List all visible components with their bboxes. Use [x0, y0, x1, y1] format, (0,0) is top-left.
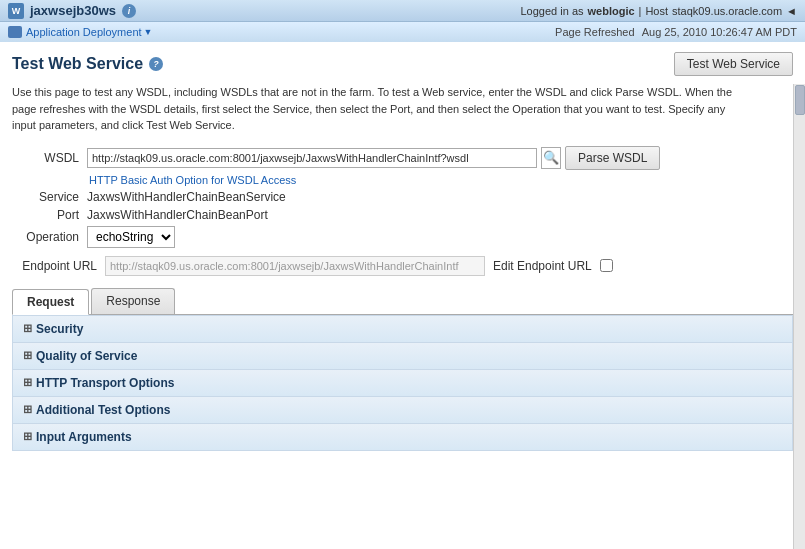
accordion-additional-test: ⊞ Additional Test Options: [13, 397, 792, 424]
port-row: Port JaxwsWithHandlerChainBeanPort: [12, 208, 793, 222]
endpoint-input[interactable]: [105, 256, 485, 276]
bottom-bar: Application Deployment ▼ Page Refreshed …: [0, 22, 805, 42]
wsdl-search-button[interactable]: 🔍: [541, 147, 561, 169]
app-title: jaxwsejb30ws: [30, 3, 116, 18]
accordion-qos-header[interactable]: ⊞ Quality of Service: [13, 343, 792, 369]
accordion-security: ⊞ Security: [13, 316, 792, 343]
operation-row: Operation echoString: [12, 226, 793, 248]
host-label: Host: [645, 5, 668, 17]
tab-response[interactable]: Response: [91, 288, 175, 314]
security-label: Security: [36, 322, 83, 336]
accordion-qos: ⊞ Quality of Service: [13, 343, 792, 370]
nav-icon: [8, 26, 22, 38]
input-args-expand-icon: ⊞: [23, 430, 32, 443]
edit-endpoint-checkbox[interactable]: [600, 259, 613, 272]
http-transport-label: HTTP Transport Options: [36, 376, 174, 390]
edit-endpoint-label: Edit Endpoint URL: [493, 259, 592, 273]
qos-expand-icon: ⊞: [23, 349, 32, 362]
app-deployment-link[interactable]: Application Deployment ▼: [26, 26, 153, 38]
qos-label: Quality of Service: [36, 349, 137, 363]
search-icon: 🔍: [543, 150, 559, 165]
port-label: Port: [12, 208, 87, 222]
accordion-security-header[interactable]: ⊞ Security: [13, 316, 792, 342]
wsdl-label: WSDL: [12, 151, 87, 165]
page-header: Test Web Service ? Test Web Service: [12, 52, 793, 76]
service-row: Service JaxwsWithHandlerChainBeanService: [12, 190, 793, 204]
page-title-text: Test Web Service: [12, 55, 143, 73]
logged-in-label: Logged in as: [521, 5, 584, 17]
input-args-label: Input Arguments: [36, 430, 132, 444]
port-value: JaxwsWithHandlerChainBeanPort: [87, 208, 268, 222]
accordion-input-args-header[interactable]: ⊞ Input Arguments: [13, 424, 792, 450]
accordion-http-transport: ⊞ HTTP Transport Options: [13, 370, 792, 397]
page-content: Test Web Service ? Test Web Service Use …: [0, 42, 805, 549]
operation-select[interactable]: echoString: [87, 226, 175, 248]
host-value: staqk09.us.oracle.com: [672, 5, 782, 17]
http-transport-expand-icon: ⊞: [23, 376, 32, 389]
accordion-input-args: ⊞ Input Arguments: [13, 424, 792, 450]
top-bar: W jaxwsejb30ws i Logged in as weblogic |…: [0, 0, 805, 22]
page-info-icon[interactable]: ?: [149, 57, 163, 71]
wsdl-row: WSDL 🔍 Parse WSDL: [12, 146, 793, 170]
endpoint-row: Endpoint URL Edit Endpoint URL: [12, 256, 793, 276]
scrollbar[interactable]: [793, 84, 805, 549]
additional-test-label: Additional Test Options: [36, 403, 170, 417]
http-auth-link[interactable]: HTTP Basic Auth Option for WSDL Access: [89, 174, 296, 186]
operation-label: Operation: [12, 230, 87, 244]
tabs-container: Request Response: [12, 288, 793, 315]
security-expand-icon: ⊞: [23, 322, 32, 335]
page-refresh-info: Page Refreshed Aug 25, 2010 10:26:47 AM …: [555, 26, 797, 38]
wsdl-input-group: 🔍 Parse WSDL: [87, 146, 660, 170]
logged-in-user: weblogic: [588, 5, 635, 17]
app-info-icon[interactable]: i: [122, 4, 136, 18]
service-value: JaxwsWithHandlerChainBeanService: [87, 190, 286, 204]
accordion-additional-test-header[interactable]: ⊞ Additional Test Options: [13, 397, 792, 423]
service-label: Service: [12, 190, 87, 204]
scroll-right-arrow[interactable]: ◄: [786, 5, 797, 17]
navigation-wrapper: W jaxwsejb30ws i Logged in as weblogic |…: [0, 0, 805, 42]
parse-wsdl-button[interactable]: Parse WSDL: [565, 146, 660, 170]
test-web-service-button[interactable]: Test Web Service: [674, 52, 793, 76]
http-auth-row: HTTP Basic Auth Option for WSDL Access: [12, 174, 793, 186]
additional-test-expand-icon: ⊞: [23, 403, 32, 416]
accordion-container: ⊞ Security ⊞ Quality of Service ⊞ HTTP T…: [12, 315, 793, 451]
scrollbar-thumb[interactable]: [795, 85, 805, 115]
app-icon: W: [8, 3, 24, 19]
accordion-http-transport-header[interactable]: ⊞ HTTP Transport Options: [13, 370, 792, 396]
tab-request[interactable]: Request: [12, 289, 89, 315]
breadcrumb: Application Deployment ▼: [8, 26, 153, 38]
page-title-group: Test Web Service ?: [12, 55, 163, 73]
wsdl-input[interactable]: [87, 148, 537, 168]
page-description: Use this page to test any WSDL, includin…: [12, 84, 752, 134]
login-info: Logged in as weblogic | Host staqk09.us.…: [521, 5, 798, 17]
form-section: WSDL 🔍 Parse WSDL HTTP Basic Auth Option…: [12, 146, 793, 248]
endpoint-label: Endpoint URL: [12, 259, 97, 273]
